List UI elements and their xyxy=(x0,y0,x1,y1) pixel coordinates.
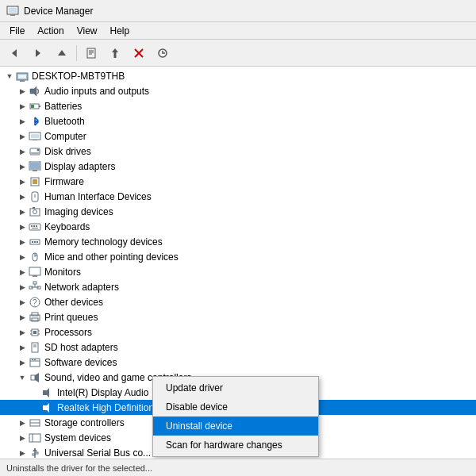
disk-label: Disk drives xyxy=(44,146,91,157)
batteries-icon xyxy=(29,100,41,113)
tree-item-bluetooth[interactable]: Bluetooth xyxy=(0,113,476,129)
expand-audio[interactable] xyxy=(16,85,29,98)
tree-item-batteries[interactable]: Batteries xyxy=(0,98,476,113)
expand-display[interactable] xyxy=(16,160,29,173)
svg-rect-29 xyxy=(33,170,37,171)
svg-rect-28 xyxy=(30,163,40,169)
tree-item-computer[interactable]: Computer xyxy=(0,129,476,144)
tree-item-software[interactable]: Software devices xyxy=(0,355,476,370)
expand-processors[interactable] xyxy=(16,326,29,339)
menu-action[interactable]: Action xyxy=(31,24,70,38)
svg-rect-19 xyxy=(39,106,40,107)
svg-marker-17 xyxy=(30,86,36,96)
back-button[interactable] xyxy=(3,43,25,63)
audio-label: Audio inputs and outputs xyxy=(44,86,149,97)
computer-label: Computer xyxy=(44,131,86,142)
svg-rect-31 xyxy=(33,179,37,184)
svg-marker-10 xyxy=(112,48,118,58)
usb-label: Universal Serial Bus co... xyxy=(44,447,151,459)
expand-root[interactable] xyxy=(3,70,16,83)
expand-software[interactable] xyxy=(16,356,29,369)
storage-label: Storage controllers xyxy=(44,417,125,428)
svg-rect-74 xyxy=(31,375,35,380)
expand-disk[interactable] xyxy=(16,145,29,158)
expand-usb[interactable] xyxy=(16,447,29,459)
tree-item-firmware[interactable]: Firmware xyxy=(0,174,476,189)
expand-bluetooth[interactable] xyxy=(16,115,29,128)
processors-label: Processors xyxy=(44,327,92,338)
tree-item-print[interactable]: Print queues xyxy=(0,309,476,324)
system-icon xyxy=(29,432,41,444)
expand-monitors[interactable] xyxy=(16,266,29,278)
menu-help[interactable]: Help xyxy=(104,24,136,38)
tree-item-network[interactable]: Network adapters xyxy=(0,279,476,294)
svg-rect-39 xyxy=(33,225,35,227)
expand-computer[interactable] xyxy=(16,130,29,143)
ctx-update-driver[interactable]: Update driver xyxy=(153,378,318,397)
tree-item-processors[interactable]: Processors xyxy=(0,324,476,340)
intel-audio-label: Intel(R) Display Audio xyxy=(57,387,148,398)
uninstall-button[interactable] xyxy=(128,43,150,63)
disk-icon xyxy=(29,145,41,158)
expand-sound[interactable] xyxy=(16,371,29,384)
expand-print[interactable] xyxy=(16,311,29,324)
svg-rect-51 xyxy=(33,282,36,284)
expand-imaging[interactable] xyxy=(16,205,29,218)
svg-text:?: ? xyxy=(33,298,37,307)
ctx-scan-hardware[interactable]: Scan for hardware changes xyxy=(153,436,318,455)
svg-rect-43 xyxy=(32,241,33,243)
intel-audio-icon xyxy=(41,386,54,399)
ctx-disable-device[interactable]: Disable device xyxy=(153,397,318,416)
bluetooth-label: Bluetooth xyxy=(44,116,85,127)
expand-network[interactable] xyxy=(16,281,29,294)
svg-marker-83 xyxy=(33,448,37,451)
expand-keyboards[interactable] xyxy=(16,221,29,233)
tree-item-memory[interactable]: Memory technology devices xyxy=(0,234,476,249)
system-label: System devices xyxy=(44,432,111,443)
batteries-label: Batteries xyxy=(44,101,82,112)
tree-item-monitors[interactable]: Monitors xyxy=(0,264,476,279)
usb-icon xyxy=(29,447,41,459)
tree-root[interactable]: DESKTOP-MBT9THB xyxy=(0,68,476,83)
tree-item-keyboards[interactable]: Keyboards xyxy=(0,219,476,234)
tree-item-mice[interactable]: Mice and other pointing devices xyxy=(0,249,476,264)
tree-item-other[interactable]: ? Other devices xyxy=(0,294,476,309)
expand-mice[interactable] xyxy=(16,251,29,263)
properties-button[interactable] xyxy=(80,43,102,63)
scan-button[interactable] xyxy=(152,43,174,63)
tree-item-audio[interactable]: Audio inputs and outputs xyxy=(0,83,476,98)
update-driver-button[interactable] xyxy=(104,43,126,63)
tree-item-hid[interactable]: Human Interface Devices xyxy=(0,189,476,204)
keyboard-icon xyxy=(29,221,41,233)
status-bar: Uninstalls the driver for the selected..… xyxy=(0,459,476,476)
svg-marker-77 xyxy=(43,403,49,413)
expand-system[interactable] xyxy=(16,432,29,444)
tree-item-disk[interactable]: Disk drives xyxy=(0,144,476,159)
expand-batteries[interactable] xyxy=(16,100,29,113)
svg-rect-44 xyxy=(34,241,36,243)
imaging-icon xyxy=(29,205,41,218)
tree-item-sd[interactable]: SD host adapters xyxy=(0,340,476,355)
expand-sd[interactable] xyxy=(16,341,29,354)
imaging-label: Imaging devices xyxy=(44,206,113,217)
expand-memory[interactable] xyxy=(16,236,29,248)
expand-storage[interactable] xyxy=(16,416,29,429)
tree-item-display[interactable]: Display adapters xyxy=(0,159,476,174)
expand-hid[interactable] xyxy=(16,190,29,203)
forward-button[interactable] xyxy=(27,43,49,63)
network-label: Network adapters xyxy=(44,282,119,293)
svg-point-26 xyxy=(37,148,40,151)
expand-other[interactable] xyxy=(16,296,29,309)
menu-view[interactable]: View xyxy=(71,24,104,38)
print-icon xyxy=(29,311,41,324)
computer-sm-icon xyxy=(29,130,41,143)
svg-marker-76 xyxy=(43,388,49,397)
up-button[interactable] xyxy=(51,43,73,63)
svg-rect-84 xyxy=(33,454,35,455)
svg-rect-73 xyxy=(34,359,36,360)
memory-label: Memory technology devices xyxy=(44,236,163,248)
expand-firmware[interactable] xyxy=(16,175,29,188)
menu-file[interactable]: File xyxy=(3,24,31,38)
ctx-uninstall-device[interactable]: Uninstall device xyxy=(153,416,318,436)
tree-item-imaging[interactable]: Imaging devices xyxy=(0,204,476,219)
